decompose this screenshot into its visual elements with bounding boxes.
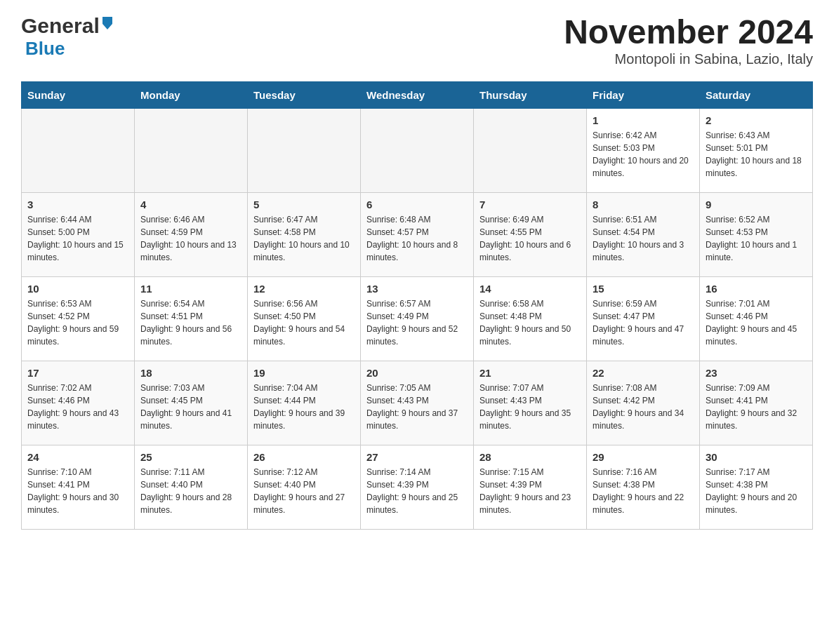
calendar-table: SundayMondayTuesdayWednesdayThursdayFrid…	[21, 81, 813, 530]
logo-arrow-icon	[100, 14, 115, 32]
calendar-cell: 29Sunrise: 7:16 AMSunset: 4:38 PMDayligh…	[587, 445, 700, 529]
day-info: Sunrise: 6:48 AMSunset: 4:57 PMDaylight:…	[366, 213, 468, 264]
day-info: Sunrise: 7:17 AMSunset: 4:38 PMDaylight:…	[706, 466, 807, 516]
day-info: Sunrise: 7:16 AMSunset: 4:38 PMDaylight:…	[593, 466, 694, 516]
day-number: 11	[140, 283, 241, 295]
day-number: 12	[253, 283, 355, 295]
day-info: Sunrise: 6:57 AMSunset: 4:49 PMDaylight:…	[366, 297, 468, 348]
calendar-cell: 2Sunrise: 6:43 AMSunset: 5:01 PMDaylight…	[700, 108, 813, 192]
calendar-cell: 26Sunrise: 7:12 AMSunset: 4:40 PMDayligh…	[248, 445, 361, 529]
day-info: Sunrise: 6:54 AMSunset: 4:51 PMDaylight:…	[140, 297, 241, 348]
logo-general-text: General	[21, 14, 100, 38]
weekday-header-wednesday: Wednesday	[361, 81, 474, 108]
calendar-cell	[135, 108, 248, 192]
calendar-cell: 17Sunrise: 7:02 AMSunset: 4:46 PMDayligh…	[22, 361, 135, 445]
day-number: 24	[27, 451, 128, 463]
day-info: Sunrise: 7:09 AMSunset: 4:41 PMDaylight:…	[706, 382, 807, 432]
calendar-cell: 25Sunrise: 7:11 AMSunset: 4:40 PMDayligh…	[135, 445, 248, 529]
weekday-header-sunday: Sunday	[22, 81, 135, 108]
day-number: 20	[366, 367, 468, 379]
calendar-cell: 4Sunrise: 6:46 AMSunset: 4:59 PMDaylight…	[135, 192, 248, 276]
day-number: 23	[706, 367, 807, 379]
calendar-cell: 8Sunrise: 6:51 AMSunset: 4:54 PMDaylight…	[587, 192, 700, 276]
calendar-cell: 1Sunrise: 6:42 AMSunset: 5:03 PMDaylight…	[587, 108, 700, 192]
calendar-cell: 14Sunrise: 6:58 AMSunset: 4:48 PMDayligh…	[474, 276, 587, 361]
calendar-cell: 23Sunrise: 7:09 AMSunset: 4:41 PMDayligh…	[700, 361, 813, 445]
day-number: 17	[27, 367, 128, 379]
calendar-cell	[474, 108, 587, 192]
day-number: 21	[479, 367, 581, 379]
calendar-cell	[361, 108, 474, 192]
calendar-cell: 6Sunrise: 6:48 AMSunset: 4:57 PMDaylight…	[361, 192, 474, 276]
day-number: 13	[366, 283, 468, 295]
day-info: Sunrise: 6:52 AMSunset: 4:53 PMDaylight:…	[706, 213, 807, 264]
calendar-cell: 21Sunrise: 7:07 AMSunset: 4:43 PMDayligh…	[474, 361, 587, 445]
calendar-cell: 20Sunrise: 7:05 AMSunset: 4:43 PMDayligh…	[361, 361, 474, 445]
logo-blue-text: Blue	[25, 38, 65, 59]
calendar-cell: 5Sunrise: 6:47 AMSunset: 4:58 PMDaylight…	[248, 192, 361, 276]
day-number: 28	[479, 451, 581, 463]
calendar-cell: 19Sunrise: 7:04 AMSunset: 4:44 PMDayligh…	[248, 361, 361, 445]
calendar-week-row: 10Sunrise: 6:53 AMSunset: 4:52 PMDayligh…	[22, 276, 813, 361]
day-number: 14	[479, 283, 581, 295]
day-info: Sunrise: 6:51 AMSunset: 4:54 PMDaylight:…	[593, 213, 694, 264]
calendar-week-row: 24Sunrise: 7:10 AMSunset: 4:41 PMDayligh…	[22, 445, 813, 529]
calendar-cell: 9Sunrise: 6:52 AMSunset: 4:53 PMDaylight…	[700, 192, 813, 276]
day-info: Sunrise: 7:01 AMSunset: 4:46 PMDaylight:…	[706, 297, 807, 348]
page-title: November 2024	[564, 14, 813, 51]
calendar-week-row: 1Sunrise: 6:42 AMSunset: 5:03 PMDaylight…	[22, 108, 813, 192]
day-info: Sunrise: 6:42 AMSunset: 5:03 PMDaylight:…	[593, 129, 694, 180]
day-info: Sunrise: 7:02 AMSunset: 4:46 PMDaylight:…	[27, 382, 128, 432]
calendar-week-row: 17Sunrise: 7:02 AMSunset: 4:46 PMDayligh…	[22, 361, 813, 445]
day-number: 3	[27, 199, 128, 210]
day-info: Sunrise: 6:59 AMSunset: 4:47 PMDaylight:…	[593, 297, 694, 348]
weekday-header-thursday: Thursday	[474, 81, 587, 108]
page-header: General Blue November 2024 Montopoli in …	[21, 14, 813, 67]
calendar-cell: 13Sunrise: 6:57 AMSunset: 4:49 PMDayligh…	[361, 276, 474, 361]
day-info: Sunrise: 7:15 AMSunset: 4:39 PMDaylight:…	[479, 466, 581, 516]
day-number: 18	[140, 367, 241, 379]
day-number: 1	[593, 114, 694, 126]
day-info: Sunrise: 6:53 AMSunset: 4:52 PMDaylight:…	[27, 297, 128, 348]
weekday-header-friday: Friday	[587, 81, 700, 108]
day-info: Sunrise: 7:04 AMSunset: 4:44 PMDaylight:…	[253, 382, 355, 432]
calendar-cell: 15Sunrise: 6:59 AMSunset: 4:47 PMDayligh…	[587, 276, 700, 361]
day-info: Sunrise: 7:05 AMSunset: 4:43 PMDaylight:…	[366, 382, 468, 432]
day-number: 2	[706, 114, 807, 126]
day-info: Sunrise: 6:43 AMSunset: 5:01 PMDaylight:…	[706, 129, 807, 180]
day-info: Sunrise: 6:56 AMSunset: 4:50 PMDaylight:…	[253, 297, 355, 348]
calendar-cell: 10Sunrise: 6:53 AMSunset: 4:52 PMDayligh…	[22, 276, 135, 361]
day-info: Sunrise: 6:49 AMSunset: 4:55 PMDaylight:…	[479, 213, 581, 264]
calendar-cell: 16Sunrise: 7:01 AMSunset: 4:46 PMDayligh…	[700, 276, 813, 361]
logo: General Blue	[21, 14, 115, 60]
day-info: Sunrise: 7:07 AMSunset: 4:43 PMDaylight:…	[479, 382, 581, 432]
weekday-header-tuesday: Tuesday	[248, 81, 361, 108]
day-info: Sunrise: 7:10 AMSunset: 4:41 PMDaylight:…	[27, 466, 128, 516]
day-number: 4	[140, 199, 241, 210]
calendar-cell: 28Sunrise: 7:15 AMSunset: 4:39 PMDayligh…	[474, 445, 587, 529]
calendar-cell: 7Sunrise: 6:49 AMSunset: 4:55 PMDaylight…	[474, 192, 587, 276]
day-number: 30	[706, 451, 807, 463]
page-subtitle: Montopoli in Sabina, Lazio, Italy	[564, 51, 813, 67]
day-info: Sunrise: 6:47 AMSunset: 4:58 PMDaylight:…	[253, 213, 355, 264]
day-info: Sunrise: 7:11 AMSunset: 4:40 PMDaylight:…	[140, 466, 241, 516]
day-number: 7	[479, 199, 581, 210]
calendar-week-row: 3Sunrise: 6:44 AMSunset: 5:00 PMDaylight…	[22, 192, 813, 276]
day-number: 9	[706, 199, 807, 210]
day-number: 25	[140, 451, 241, 463]
day-number: 15	[593, 283, 694, 295]
day-info: Sunrise: 7:12 AMSunset: 4:40 PMDaylight:…	[253, 466, 355, 516]
day-number: 6	[366, 199, 468, 210]
calendar-cell	[248, 108, 361, 192]
day-number: 16	[706, 283, 807, 295]
day-info: Sunrise: 6:58 AMSunset: 4:48 PMDaylight:…	[479, 297, 581, 348]
calendar-cell: 27Sunrise: 7:14 AMSunset: 4:39 PMDayligh…	[361, 445, 474, 529]
day-number: 26	[253, 451, 355, 463]
day-info: Sunrise: 7:08 AMSunset: 4:42 PMDaylight:…	[593, 382, 694, 432]
day-number: 19	[253, 367, 355, 379]
calendar-cell	[22, 108, 135, 192]
weekday-header-row: SundayMondayTuesdayWednesdayThursdayFrid…	[22, 81, 813, 108]
day-number: 27	[366, 451, 468, 463]
day-info: Sunrise: 7:03 AMSunset: 4:45 PMDaylight:…	[140, 382, 241, 432]
day-number: 22	[593, 367, 694, 379]
